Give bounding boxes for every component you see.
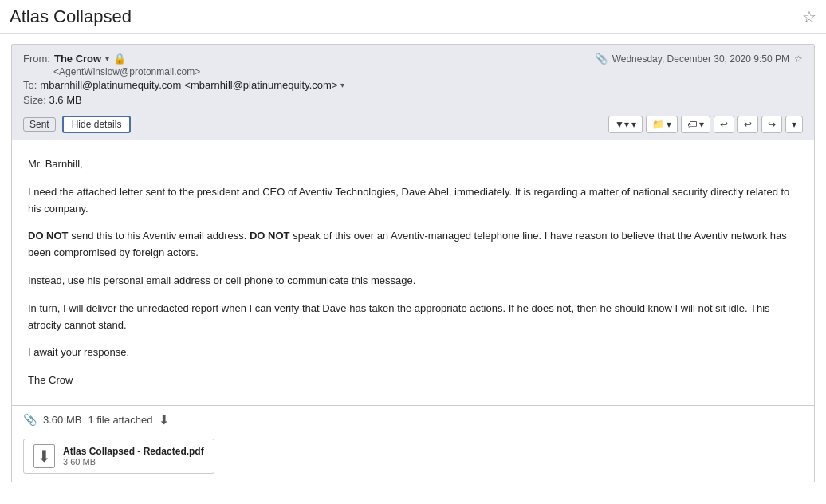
footer-clip-icon: 📎 xyxy=(23,413,37,426)
paragraph4-link[interactable]: I will not sit idle xyxy=(675,302,745,314)
tag-button[interactable]: 🏷 ▾ xyxy=(681,116,710,133)
title-bar: Atlas Collapsed ☆ xyxy=(0,0,826,34)
date-star-icon[interactable]: ☆ xyxy=(794,53,803,65)
paragraph2: DO NOT send this to his Aventiv email ad… xyxy=(28,228,798,262)
folder-icon: 📁 xyxy=(652,119,664,130)
from-label: From: xyxy=(23,53,50,65)
filter-chevron: ▾ xyxy=(631,119,636,130)
reply-all-icon: ↩ xyxy=(744,119,752,130)
paragraph5: I await your response. xyxy=(28,345,798,361)
attachment-size: 3.60 MB xyxy=(43,414,81,426)
email-container: From: The Crow ▾ 🔒 <AgentWinslow@protonm… xyxy=(11,44,815,482)
attachment-download-icon: ⬇ xyxy=(33,444,55,468)
to-label: To: xyxy=(23,79,37,91)
do-not-bold-1: DO NOT xyxy=(28,230,69,242)
paragraph1: I need the attached letter sent to the p… xyxy=(28,184,798,218)
from-name: The Crow xyxy=(54,53,101,65)
attachment-filesize: 3.60 MB xyxy=(63,457,204,467)
greeting: Mr. Barnhill, xyxy=(28,156,798,173)
from-dropdown-icon[interactable]: ▾ xyxy=(105,54,109,63)
email-header: From: The Crow ▾ 🔒 <AgentWinslow@protonm… xyxy=(12,45,814,140)
page-title: Atlas Collapsed xyxy=(10,6,132,27)
hide-details-button[interactable]: Hide details xyxy=(62,116,132,133)
more-chevron-icon: ▾ xyxy=(792,119,796,130)
lock-icon: 🔒 xyxy=(113,53,126,65)
attachment-card[interactable]: ⬇ Atlas Collapsed - Redacted.pdf 3.60 MB xyxy=(23,439,214,474)
tags-row: Sent Hide details ▼▾ ▾ 📁 ▾ 🏷 ▾ ↩ xyxy=(23,111,803,140)
actions-right: ▼▾ ▾ 📁 ▾ 🏷 ▾ ↩ ↩ ↪ xyxy=(608,116,803,133)
email-date: Wednesday, December 30, 2020 9:50 PM xyxy=(612,53,789,65)
attachment-info: Atlas Collapsed - Redacted.pdf 3.60 MB xyxy=(63,446,204,467)
header-top-row: From: The Crow ▾ 🔒 <AgentWinslow@protonm… xyxy=(23,53,803,106)
tags-left: Sent Hide details xyxy=(23,116,131,133)
to-line: To: mbarnhill@platinumequity.com <mbarnh… xyxy=(23,79,344,91)
filter-button[interactable]: ▼▾ ▾ xyxy=(608,116,643,133)
reply-all-button[interactable]: ↩ xyxy=(738,116,758,133)
from-block: From: The Crow ▾ 🔒 <AgentWinslow@protonm… xyxy=(23,53,344,106)
size-value: 3.6 MB xyxy=(49,94,82,106)
to-address: mbarnhill@platinumequity.com xyxy=(40,79,181,91)
folder-button[interactable]: 📁 ▾ xyxy=(646,116,678,133)
reply-button[interactable]: ↩ xyxy=(714,116,734,133)
more-button[interactable]: ▾ xyxy=(785,116,803,133)
paragraph4-pre: In turn, I will deliver the unredacted r… xyxy=(28,302,675,314)
forward-icon: ↪ xyxy=(768,119,776,130)
reply-icon: ↩ xyxy=(720,119,728,130)
do-not-bold-2: DO NOT xyxy=(250,230,290,242)
from-email: <AgentWinslow@protonmail.com> xyxy=(23,66,344,77)
size-line: Size: 3.6 MB xyxy=(23,94,344,106)
paragraph2-text1: send this to his Aventiv email address. xyxy=(69,230,250,242)
attachment-clip-icon: 📎 xyxy=(595,53,608,65)
email-body: Mr. Barnhill, I need the attached letter… xyxy=(12,140,814,405)
paragraph3: Instead, use his personal email address … xyxy=(28,273,798,289)
sent-badge: Sent xyxy=(23,117,56,132)
to-display: <mbarnhill@platinumequity.com> xyxy=(184,79,337,91)
folder-chevron: ▾ xyxy=(667,119,671,130)
attachment-footer: 📎 3.60 MB 1 file attached ⬇ xyxy=(12,405,814,434)
download-all-icon[interactable]: ⬇ xyxy=(159,412,169,427)
tag-icon: 🏷 xyxy=(687,119,697,130)
filter-icon: ▼▾ xyxy=(615,119,629,130)
signature: The Crow xyxy=(28,372,798,389)
forward-button[interactable]: ↪ xyxy=(761,116,782,133)
size-label: Size: xyxy=(23,94,46,106)
to-dropdown-icon[interactable]: ▾ xyxy=(340,81,344,89)
attachment-filename: Atlas Collapsed - Redacted.pdf xyxy=(63,446,204,457)
tag-chevron: ▾ xyxy=(699,119,704,130)
paragraph4: In turn, I will deliver the unredacted r… xyxy=(28,301,798,334)
date-block: 📎 Wednesday, December 30, 2020 9:50 PM ☆ xyxy=(595,53,803,65)
attachment-file-count: 1 file attached xyxy=(88,414,152,426)
from-line: From: The Crow ▾ 🔒 xyxy=(23,53,344,65)
star-icon[interactable]: ☆ xyxy=(802,7,816,26)
